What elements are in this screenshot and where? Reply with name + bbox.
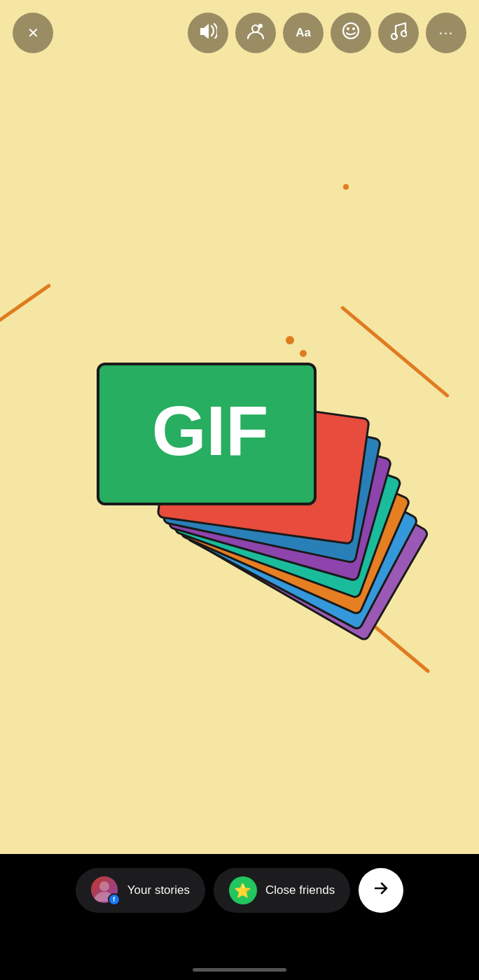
- gif-illustration: GIF: [56, 280, 469, 686]
- text-button[interactable]: Aa: [283, 13, 324, 53]
- svg-point-4: [352, 27, 355, 30]
- music-button[interactable]: [378, 13, 419, 53]
- more-icon: ···: [438, 24, 453, 42]
- close-icon: ✕: [27, 24, 39, 41]
- svg-point-2: [343, 23, 359, 38]
- toolbar-right: Aa: [188, 13, 466, 53]
- more-button[interactable]: ···: [426, 13, 466, 53]
- svg-point-17: [99, 881, 109, 891]
- bottom-actions: f Your stories ⭐ Close friends: [0, 854, 479, 913]
- next-button[interactable]: [359, 868, 403, 913]
- close-friends-icon: ⭐: [229, 876, 257, 904]
- star-icon: ⭐: [234, 882, 251, 899]
- music-icon: [390, 22, 407, 44]
- story-area: ✕: [0, 0, 479, 854]
- bottom-bar: f Your stories ⭐ Close friends: [0, 854, 479, 980]
- svg-point-6: [401, 31, 407, 36]
- your-stories-label: Your stories: [127, 883, 190, 897]
- sound-button[interactable]: [188, 13, 228, 53]
- orange-dot-3: [343, 184, 349, 190]
- close-friends-button[interactable]: ⭐ Close friends: [214, 868, 350, 913]
- svg-text:GIF: GIF: [152, 391, 269, 470]
- sound-icon: [199, 23, 217, 43]
- mention-icon: [247, 22, 265, 44]
- close-friends-label: Close friends: [265, 883, 335, 897]
- text-aa-icon: Aa: [296, 26, 311, 40]
- svg-point-0: [252, 25, 259, 32]
- toolbar: ✕: [0, 13, 479, 53]
- close-button[interactable]: ✕: [13, 13, 53, 53]
- avatar-container: f: [91, 876, 119, 904]
- mention-button[interactable]: [235, 13, 276, 53]
- sticker-button[interactable]: [331, 13, 371, 53]
- svg-point-3: [347, 27, 349, 30]
- sticker-icon: [342, 22, 360, 44]
- home-indicator: [193, 968, 286, 972]
- arrow-right-icon: [371, 878, 391, 902]
- orange-line-left: [0, 284, 51, 323]
- svg-point-5: [391, 34, 397, 39]
- facebook-badge: f: [108, 893, 120, 906]
- your-stories-button[interactable]: f Your stories: [76, 868, 205, 913]
